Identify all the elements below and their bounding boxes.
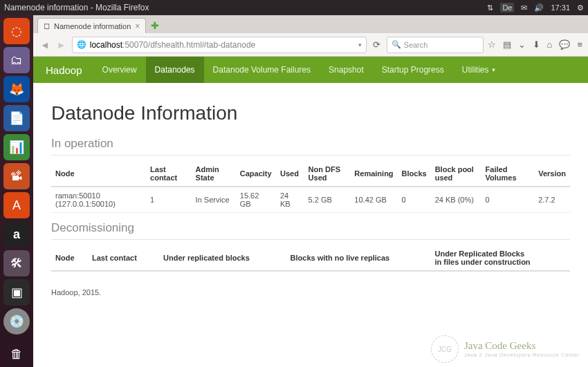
- back-button[interactable]: ◄: [39, 39, 51, 50]
- dash-icon[interactable]: ◌: [3, 18, 30, 44]
- chevron-down-icon: ▼: [490, 67, 496, 73]
- col-under-replicated: Under replicated blocks: [159, 245, 286, 271]
- window-title: Namenode information - Mozilla Firefox: [4, 3, 487, 12]
- col-last-contact: Last contact: [146, 161, 192, 187]
- system-indicators: ⇅ De ✉ 🔊 17:31 ⚙: [487, 3, 584, 12]
- nav-startup-progress[interactable]: Startup Progress: [373, 57, 453, 83]
- cell-remaining: 10.42 GB: [350, 187, 397, 213]
- pocket-icon[interactable]: ⌄: [518, 39, 526, 50]
- cell-node: raman:50010 (127.0.0.1:50010): [51, 187, 146, 213]
- col-blocks: Blocks: [398, 161, 431, 187]
- col-capacity: Capacity: [236, 161, 276, 187]
- url-bar[interactable]: 🌐 localhost:50070/dfshealth.html#tab-dat…: [72, 37, 367, 53]
- calc-icon[interactable]: 📊: [3, 134, 30, 160]
- settings-icon[interactable]: 🛠: [3, 250, 30, 276]
- terminal-icon[interactable]: ▣: [3, 279, 30, 305]
- browser-toolbar: ◄ ► 🌐 localhost:50070/dfshealth.html#tab…: [33, 33, 588, 57]
- bookmarks-list-icon[interactable]: ▤: [503, 39, 511, 50]
- col-node: Node: [51, 161, 146, 187]
- os-topbar: Namenode information - Mozilla Firefox ⇅…: [0, 0, 588, 15]
- table-row: raman:50010 (127.0.0.1:50010) 1 In Servi…: [51, 187, 570, 213]
- nav-datanodes[interactable]: Datanodes: [146, 57, 204, 83]
- globe-icon: 🌐: [77, 40, 86, 49]
- cell-blocks: 0: [398, 187, 431, 213]
- cell-capacity: 15.62 GB: [236, 187, 276, 213]
- browser-tab[interactable]: ◻ Namenode information ×: [37, 18, 146, 33]
- home-icon[interactable]: ⌂: [547, 39, 553, 50]
- chat-icon[interactable]: 💬: [559, 39, 570, 50]
- bookmark-star-icon[interactable]: ☆: [488, 39, 496, 50]
- amazon-icon[interactable]: a: [3, 221, 30, 247]
- table-header-row: Node Last contact Under replicated block…: [51, 245, 570, 271]
- search-box[interactable]: 🔍 Search: [387, 37, 484, 53]
- hadoop-navbar: Hadoop Overview Datanodes Datanode Volum…: [33, 57, 588, 83]
- cell-block-pool-used: 24 KB (0%): [431, 187, 481, 213]
- url-path: :50070/dfshealth.html#tab-datanode: [122, 40, 255, 50]
- brand[interactable]: Hadoop: [46, 57, 93, 83]
- col-non-dfs-used: Non DFS Used: [304, 161, 351, 187]
- cell-failed-volumes: 0: [481, 187, 535, 213]
- tab-title: Namenode information: [54, 22, 131, 30]
- nav-volume-failures[interactable]: Datanode Volume Failures: [204, 57, 320, 83]
- close-tab-icon[interactable]: ×: [135, 21, 140, 31]
- forward-button[interactable]: ►: [55, 39, 68, 50]
- page-title: Datanode Information: [51, 102, 570, 124]
- col-remaining: Remaining: [350, 161, 397, 187]
- tab-strip: ◻ Namenode information × ✚: [33, 15, 588, 33]
- firefox-icon[interactable]: 🦊: [3, 76, 30, 102]
- clock[interactable]: 17:31: [551, 3, 570, 12]
- impress-icon[interactable]: 📽: [3, 163, 30, 189]
- col-used: Used: [276, 161, 304, 187]
- files-icon[interactable]: 🗂: [3, 47, 30, 73]
- cell-version: 2.7.2: [534, 187, 570, 213]
- toolbar-icons: ☆ ▤ ⌄ ⬇ ⌂ 💬 ≡: [488, 39, 582, 50]
- software-center-icon[interactable]: A: [3, 192, 30, 218]
- col-under-construction: Under Replicated Blocks in files under c…: [430, 245, 570, 271]
- col-no-live-replicas: Blocks with no live replicas: [286, 245, 431, 271]
- sound-icon[interactable]: 🔊: [534, 3, 544, 12]
- search-icon: 🔍: [392, 40, 401, 49]
- page-footer: Hadoop, 2015.: [51, 288, 570, 297]
- menu-icon[interactable]: ≡: [577, 39, 582, 50]
- url-dropdown-icon[interactable]: ▾: [358, 41, 362, 48]
- nav-snapshot[interactable]: Snapshot: [320, 57, 373, 83]
- gear-icon[interactable]: ⚙: [577, 3, 584, 12]
- col-block-pool-used: Block pool used: [431, 161, 481, 187]
- disk-icon[interactable]: 💿: [3, 308, 30, 335]
- keyboard-lang-indicator[interactable]: De: [500, 3, 514, 12]
- tab-favicon: ◻: [44, 21, 50, 30]
- page-content: Datanode Information In operation Node L…: [33, 83, 588, 303]
- network-icon[interactable]: ⇅: [487, 3, 493, 12]
- col-admin-state: Admin State: [192, 161, 236, 187]
- col-node: Node: [51, 245, 88, 271]
- in-operation-table: Node Last contact Admin State Capacity U…: [51, 161, 570, 213]
- ubuntu-launcher: ◌ 🗂 🦊 📄 📊 📽 A a 🛠 ▣ 💿 🗑: [0, 15, 33, 367]
- reload-button[interactable]: ⟳: [371, 39, 383, 50]
- cell-admin-state: In Service: [192, 187, 236, 213]
- decommissioning-table: Node Last contact Under replicated block…: [51, 245, 570, 272]
- messaging-icon[interactable]: ✉: [521, 3, 527, 12]
- col-failed-volumes: Failed Volumes: [481, 161, 535, 187]
- trash-icon[interactable]: 🗑: [3, 341, 30, 367]
- nav-overview[interactable]: Overview: [93, 57, 146, 83]
- search-placeholder: Search: [404, 41, 428, 49]
- cell-last-contact: 1: [146, 187, 192, 213]
- writer-icon[interactable]: 📄: [3, 105, 30, 131]
- cell-non-dfs-used: 5.2 GB: [304, 187, 351, 213]
- cell-used: 24 KB: [276, 187, 304, 213]
- downloads-icon[interactable]: ⬇: [533, 39, 540, 50]
- new-tab-button[interactable]: ✚: [149, 19, 161, 32]
- col-last-contact: Last contact: [88, 245, 159, 271]
- url-host: localhost: [90, 40, 122, 50]
- section-in-operation: In operation: [51, 137, 570, 156]
- table-header-row: Node Last contact Admin State Capacity U…: [51, 161, 570, 187]
- nav-utilities[interactable]: Utilities▼: [453, 57, 506, 83]
- page-viewport: Hadoop Overview Datanodes Datanode Volum…: [33, 57, 588, 367]
- col-version: Version: [534, 161, 570, 187]
- browser-window: ◻ Namenode information × ✚ ◄ ► 🌐 localho…: [33, 15, 588, 367]
- section-decommissioning: Decomissioning: [51, 221, 570, 240]
